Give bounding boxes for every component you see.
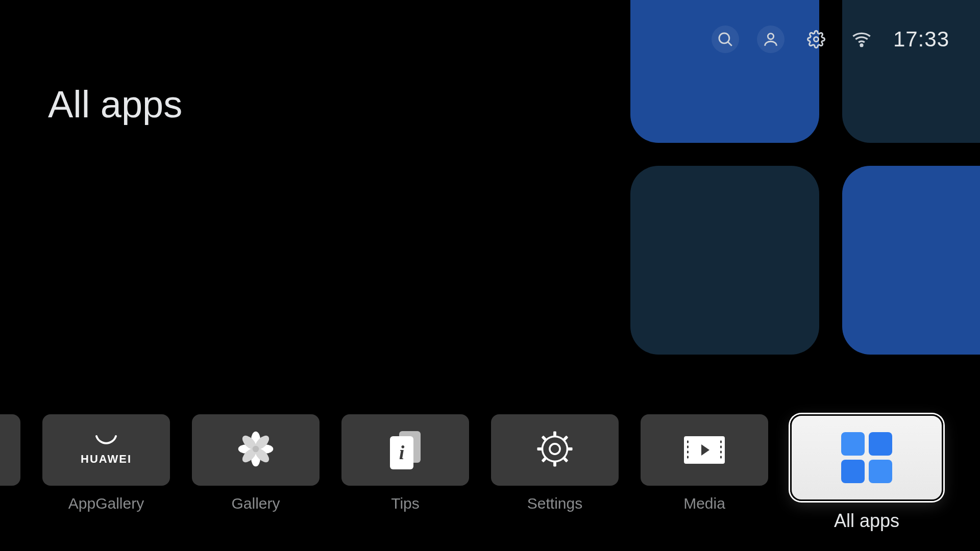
svg-point-0: [719, 33, 729, 43]
dock-item-label: All apps: [834, 510, 899, 532]
gear-icon: [536, 431, 573, 469]
dock-item-gallery[interactable]: Gallery: [192, 414, 320, 512]
tips-icon: i: [390, 431, 421, 469]
home-preview-tiles: [630, 0, 980, 355]
svg-rect-18: [537, 447, 542, 450]
svg-point-13: [253, 446, 259, 453]
dock-item-appgallery[interactable]: HUAWEI AppGallery: [42, 414, 170, 512]
preview-tile: [630, 166, 819, 355]
svg-point-3: [814, 37, 818, 42]
dock-item-allapps[interactable]: All apps: [790, 414, 943, 532]
svg-point-14: [543, 437, 568, 462]
status-bar: 17:33: [712, 26, 949, 53]
svg-point-15: [550, 444, 560, 454]
dock-item-label: AppGallery: [68, 495, 144, 512]
page-title: All apps: [48, 83, 182, 126]
flower-icon: [238, 431, 274, 469]
app-dock: HUAWEI AppGallery: [0, 414, 980, 532]
dock-item-label: Gallery: [231, 495, 280, 512]
allapps-icon: [841, 432, 892, 483]
user-icon[interactable]: [757, 26, 785, 53]
dock-item-label: Tips: [391, 495, 420, 512]
huawei-wordmark: HUAWEI: [81, 453, 132, 466]
dock-item-settings[interactable]: Settings: [491, 414, 619, 512]
preview-tile: [630, 0, 819, 143]
svg-point-2: [768, 34, 773, 39]
media-icon: [684, 436, 725, 464]
svg-rect-16: [553, 431, 556, 436]
svg-rect-17: [553, 461, 556, 466]
svg-rect-19: [567, 447, 572, 450]
wifi-icon[interactable]: [848, 26, 875, 53]
preview-tile: [842, 166, 980, 355]
clock-time: 17:33: [893, 27, 949, 52]
huawei-smile-icon: [93, 434, 119, 449]
dock-item-media[interactable]: Media: [641, 414, 768, 512]
gear-icon[interactable]: [802, 26, 830, 53]
search-icon[interactable]: [712, 26, 739, 53]
dock-item-prev[interactable]: [0, 414, 20, 495]
dock-item-tips[interactable]: i Tips: [341, 414, 469, 512]
preview-tile: [842, 0, 980, 143]
dock-item-label: Media: [683, 495, 725, 512]
svg-point-4: [861, 44, 863, 46]
svg-line-1: [728, 42, 731, 45]
dock-item-label: Settings: [527, 495, 582, 512]
